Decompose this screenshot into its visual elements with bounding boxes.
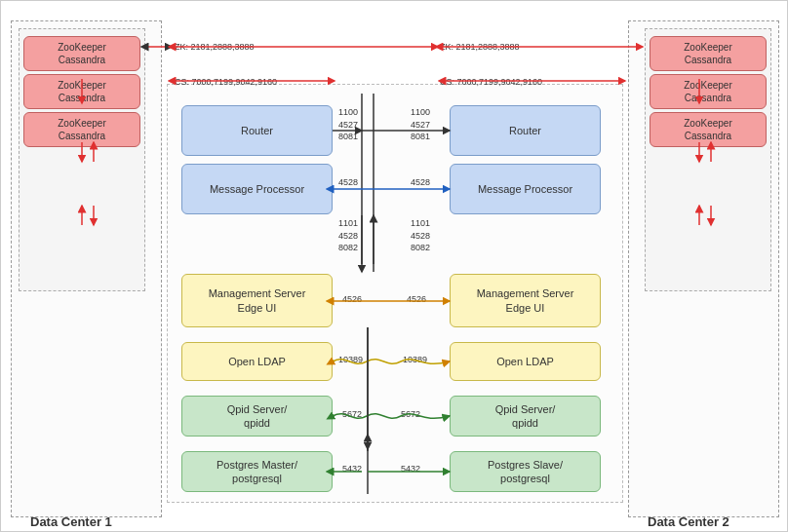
mgmt-right: Management Server Edge UI [450,274,601,327]
left-zk-node-1: ZooKeeperCassandra [23,36,140,71]
dc2-label: Data Center 2 [648,514,729,529]
mgmt-right-port: 4526 [407,293,426,306]
diagram-container: Data Center 1 Data Center 2 ZooKeeperCas… [0,0,788,532]
qpid-right-port: 5672 [401,408,420,421]
router-left-ports: 1100 4527 8081 [338,106,358,143]
right-zk-node-1: ZooKeeperCassandra [650,36,767,71]
mgmt-left-port: 4526 [342,293,362,306]
pg-left: Postgres Master/ postgresql [181,451,333,492]
mp-left-bottom-ports: 1101 4528 8082 [338,217,358,254]
dc1-label: Data Center 1 [30,514,112,529]
left-zk-node-3: ZooKeeperCassandra [23,112,140,147]
ldap-left-port: 10389 [338,354,363,366]
cs-left-label: CS: 7000,7199,9042,9160 [175,77,277,87]
mp-right-port: 4528 [411,176,430,189]
router-right-ports: 1100 4527 8081 [411,106,430,143]
zk-left-label: ZK: 2181,2888,3888 [175,42,255,52]
mp-right: Message Processor [450,164,601,214]
right-zk-node-2: ZooKeeperCassandra [650,74,767,109]
qpid-right: Qpid Server/ qpidd [450,396,601,437]
right-zk-node-3: ZooKeeperCassandra [650,112,767,147]
pg-right-port: 5432 [401,463,420,475]
router-left: Router [181,105,333,156]
ldap-right: Open LDAP [450,342,601,381]
pg-right: Postgres Slave/ postgresql [450,451,601,492]
right-zk-cluster: ZooKeeperCassandra ZooKeeperCassandra Zo… [645,28,771,291]
left-zk-node-2: ZooKeeperCassandra [23,74,140,109]
zk-right-label: ZK: 2181,2888,3888 [440,42,520,52]
left-zk-cluster: ZooKeeperCassandra ZooKeeperCassandra Zo… [19,28,145,291]
cs-right-label: CS: 7000,7199,9042,9160 [440,77,542,87]
ldap-right-port: 10389 [403,354,427,366]
mp-left: Message Processor [181,164,333,214]
qpid-left: Qpid Server/ qpidd [181,396,333,437]
mp-right-bottom-ports: 1101 4528 8082 [411,217,430,254]
mgmt-left: Management Server Edge UI [181,274,333,327]
pg-left-port: 5432 [342,463,362,475]
qpid-left-port: 5672 [342,408,362,421]
router-right: Router [450,105,601,156]
ldap-left: Open LDAP [181,342,333,381]
mp-left-port: 4528 [338,176,358,189]
